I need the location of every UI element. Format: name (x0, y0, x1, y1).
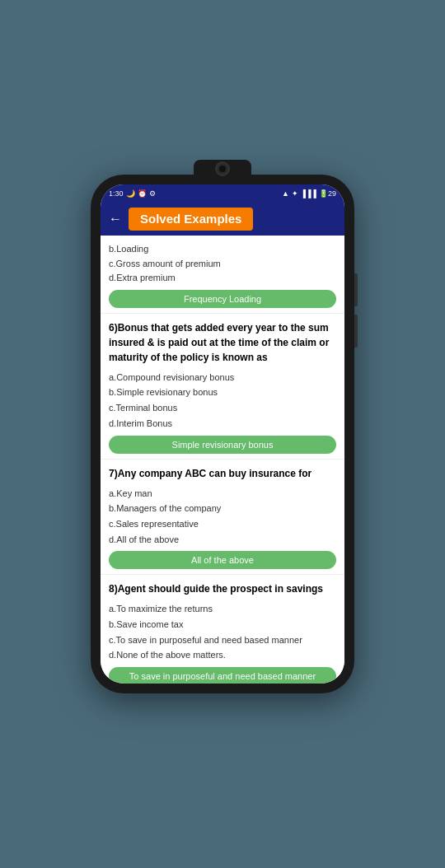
question-8-text: 8)Agent should guide the prospect in sav… (109, 581, 336, 596)
question-8-options: a.To maximize the returns b.Save income … (109, 601, 336, 663)
content-area[interactable]: b.Loading c.Gross amount of premium d.Ex… (101, 236, 344, 684)
prev-question-section: b.Loading c.Gross amount of premium d.Ex… (101, 236, 344, 314)
signal-bars-icon: ▐▐▐ (301, 189, 316, 198)
header-title-box: Solved Examples (129, 208, 253, 231)
alarm-icon: ⏰ (138, 189, 147, 198)
question-6-options: a.Compound revisionary bonus b.Simple re… (109, 370, 336, 432)
page-title: Solved Examples (140, 212, 241, 226)
q6-answer-button[interactable]: Simple revisionary bonus (109, 436, 336, 454)
question-6-section: 6)Bonus that gets added every year to th… (101, 314, 344, 460)
question-7-text: 7)Any company ABC can buy insurance for (109, 466, 336, 481)
q8-answer-button[interactable]: To save in purposeful and need based man… (109, 667, 336, 684)
question-8-section: 8)Agent should guide the prospect in sav… (101, 575, 344, 684)
q8-option-c: c.To save in purposeful and need based m… (109, 632, 336, 648)
q6-option-d: d.Interim Bonus (109, 416, 336, 432)
prev-option-b: b.Loading (109, 242, 336, 257)
q7-option-c: c.Sales representative (109, 516, 336, 532)
wifi-icon: ▲ (282, 189, 289, 198)
q5-answer-button[interactable]: Frequency Loading (109, 290, 336, 308)
app-header: ← Solved Examples (101, 203, 344, 236)
back-button[interactable]: ← (109, 212, 122, 226)
q8-option-a: a.To maximize the returns (109, 601, 336, 617)
prev-options: b.Loading c.Gross amount of premium d.Ex… (109, 242, 336, 286)
battery-icon: 🔋29 (319, 189, 336, 198)
camera-bump (194, 160, 251, 178)
camera-lens (215, 161, 230, 176)
q8-option-d: d.None of the above matters. (109, 647, 336, 663)
question-7-options: a.Key man b.Managers of the company c.Sa… (109, 486, 336, 548)
q8-option-b: b.Save income tax (109, 617, 336, 632)
q7-option-d: d.All of the above (109, 532, 336, 548)
phone-screen: 1:30 🌙 ⏰ ⚙ ▲ ✦ ▐▐▐ 🔋29 ← Solved Examples (101, 184, 344, 684)
q7-answer-button[interactable]: All of the above (109, 551, 336, 569)
phone-frame: 1:30 🌙 ⏰ ⚙ ▲ ✦ ▐▐▐ 🔋29 ← Solved Examples (91, 175, 354, 693)
q6-option-c: c.Terminal bonus (109, 400, 336, 416)
prev-option-c: c.Gross amount of premium (109, 257, 336, 272)
q7-option-a: a.Key man (109, 486, 336, 502)
moon-icon: 🌙 (126, 189, 135, 198)
q7-option-b: b.Managers of the company (109, 501, 336, 516)
q6-option-a: a.Compound revisionary bonus (109, 370, 336, 385)
time-display: 1:30 (109, 189, 124, 198)
side-button-top (354, 273, 358, 306)
bluetooth-icon: ✦ (292, 189, 298, 198)
q6-option-b: b.Simple revisionary bonus (109, 385, 336, 400)
status-left: 1:30 🌙 ⏰ ⚙ (109, 189, 156, 198)
status-bar: 1:30 🌙 ⏰ ⚙ ▲ ✦ ▐▐▐ 🔋29 (101, 184, 344, 203)
status-right: ▲ ✦ ▐▐▐ 🔋29 (282, 189, 336, 198)
question-6-text: 6)Bonus that gets added every year to th… (109, 320, 336, 365)
side-button-mid (354, 315, 358, 348)
question-7-section: 7)Any company ABC can buy insurance for … (101, 460, 344, 576)
settings-icon: ⚙ (149, 189, 156, 198)
prev-option-d: d.Extra premium (109, 271, 336, 286)
